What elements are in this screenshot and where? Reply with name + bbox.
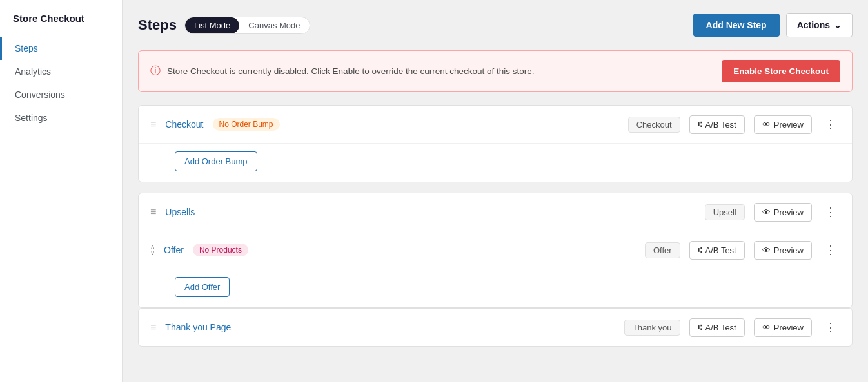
sidebar-item-analytics[interactable]: Analytics <box>0 60 122 83</box>
thank-you-ab-icon: ⑆ <box>698 323 702 332</box>
main-content: Steps List Mode Canvas Mode Add New Step… <box>123 0 868 382</box>
alert-message: Store Checkout is currently disabled. Cl… <box>167 66 535 76</box>
thank-you-ab-test-button[interactable]: ⑆ A/B Test <box>689 318 745 337</box>
alert-banner: ⓘ Store Checkout is currently disabled. … <box>138 50 853 92</box>
ab-test-icon: ⑆ <box>698 120 702 129</box>
upsells-more-button[interactable]: ⋮ <box>821 202 840 222</box>
offer-step-name[interactable]: Offer <box>164 245 184 255</box>
tab-canvas-mode[interactable]: Canvas Mode <box>239 17 309 33</box>
thank-you-drag-icon: ≡ <box>150 321 156 333</box>
checkout-step-row: ≡ Checkout No Order Bump Checkout ⑆ A/B … <box>139 106 852 143</box>
offer-no-products-badge: No Products <box>193 244 248 256</box>
chevron-down-icon: ⌄ <box>834 20 842 30</box>
upsells-drag-icon: ≡ <box>150 206 156 218</box>
checkout-preview-button[interactable]: 👁 Preview <box>754 115 812 134</box>
thank-you-step-name[interactable]: Thank you Page <box>165 322 231 332</box>
sidebar-nav: Steps Analytics Conversions Settings <box>0 37 122 129</box>
thank-you-more-button[interactable]: ⋮ <box>821 318 840 337</box>
page-header: Steps List Mode Canvas Mode Add New Step… <box>138 13 853 37</box>
offer-preview-eye-icon: 👁 <box>762 245 771 255</box>
enable-store-checkout-button[interactable]: Enable Store Checkout <box>722 60 840 82</box>
checkout-step-name[interactable]: Checkout <box>165 119 203 129</box>
thank-you-type-badge: Thank you <box>624 320 680 336</box>
sidebar-item-steps[interactable]: Steps <box>0 37 122 60</box>
sidebar-title: Store Checkout <box>0 13 122 37</box>
upsells-preview-button[interactable]: 👁 Preview <box>754 203 812 222</box>
upsells-step-card: ≡ Upsells Upsell 👁 Preview ⋮ ∧ ∨ Offer N… <box>138 193 853 308</box>
thank-you-step-card: ≡ Thank you Page Thank you ⑆ A/B Test 👁 … <box>138 308 853 347</box>
preview-eye-icon: 👁 <box>762 120 771 129</box>
actions-button[interactable]: Actions ⌄ <box>786 13 853 37</box>
checkout-sub-area: Add Order Bump <box>139 143 852 182</box>
offer-type-badge: Offer <box>645 242 680 258</box>
offer-ab-test-button[interactable]: ⑆ A/B Test <box>689 241 745 260</box>
thank-you-preview-eye-icon: 👁 <box>762 323 771 332</box>
offer-preview-button[interactable]: 👁 Preview <box>754 241 812 260</box>
upsells-step-row: ≡ Upsells Upsell 👁 Preview ⋮ <box>139 193 852 231</box>
upsells-type-badge: Upsell <box>705 204 745 220</box>
checkout-more-button[interactable]: ⋮ <box>821 115 840 134</box>
offer-chevron-toggle[interactable]: ∧ ∨ <box>150 244 155 256</box>
offer-step-row: ∧ ∨ Offer No Products Offer ⑆ A/B Test 👁… <box>139 231 852 269</box>
sidebar: Store Checkout Steps Analytics Conversio… <box>0 0 123 382</box>
chevron-down-icon: ∨ <box>150 250 155 256</box>
tab-list-mode[interactable]: List Mode <box>185 17 239 33</box>
sidebar-item-settings[interactable]: Settings <box>0 106 122 129</box>
offer-more-button[interactable]: ⋮ <box>821 240 840 260</box>
thank-you-preview-button[interactable]: 👁 Preview <box>754 318 812 337</box>
offer-ab-icon: ⑆ <box>698 245 702 254</box>
add-order-bump-button[interactable]: Add Order Bump <box>175 151 257 171</box>
upsells-step-name[interactable]: Upsells <box>165 207 195 217</box>
sidebar-item-conversions[interactable]: Conversions <box>0 83 122 106</box>
info-icon: ⓘ <box>150 64 161 78</box>
thank-you-step-row: ≡ Thank you Page Thank you ⑆ A/B Test 👁 … <box>139 309 852 346</box>
checkout-step-card: ≡ Checkout No Order Bump Checkout ⑆ A/B … <box>138 105 853 182</box>
page-title: Steps <box>138 17 177 33</box>
mode-tabs: List Mode Canvas Mode <box>184 17 310 34</box>
checkout-drag-icon: ≡ <box>150 119 156 130</box>
checkout-ab-test-button[interactable]: ⑆ A/B Test <box>689 115 745 134</box>
checkout-type-badge: Checkout <box>628 117 680 133</box>
add-offer-button[interactable]: Add Offer <box>175 277 230 297</box>
offer-sub-area: Add Offer <box>139 269 852 307</box>
checkout-no-order-bump-badge: No Order Bump <box>213 118 280 131</box>
add-new-step-button[interactable]: Add New Step <box>693 14 780 37</box>
upsells-preview-eye-icon: 👁 <box>762 207 771 217</box>
